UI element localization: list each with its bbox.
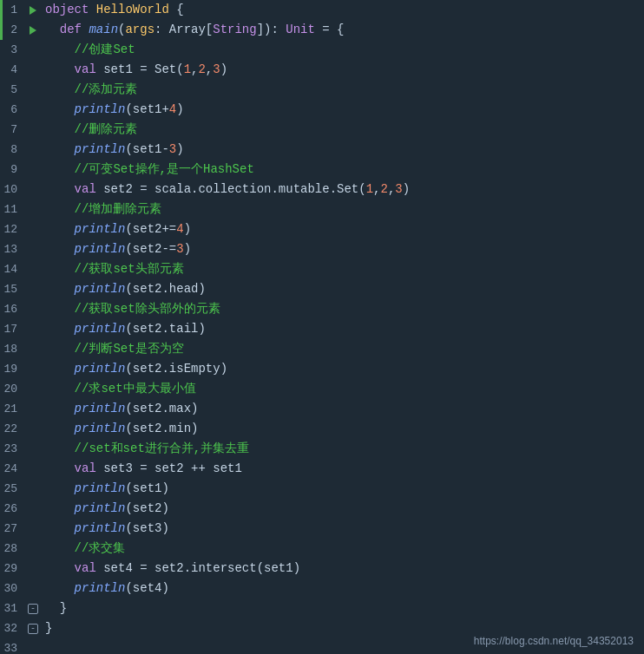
line-number: 12	[0, 223, 24, 236]
code-content: val set3 = set2 ++ set1	[42, 459, 644, 479]
code-line: 22 println(set2.min)	[0, 419, 644, 439]
line-number: 4	[0, 63, 24, 76]
code-content: println(set1)	[42, 479, 644, 499]
code-line: 3 //创建Set	[0, 40, 644, 60]
code-line: 5 //添加元素	[0, 80, 644, 100]
code-line: 4 val set1 = Set(1,2,3)	[0, 60, 644, 80]
code-content: //获取set除头部外的元素	[42, 299, 644, 319]
code-content: //添加元素	[42, 80, 644, 100]
line-number: 29	[0, 562, 24, 575]
code-content: val set1 = Set(1,2,3)	[42, 60, 644, 80]
code-line: 28 //求交集	[0, 539, 644, 559]
code-line: 10 val set2 = scala.collection.mutable.S…	[0, 180, 644, 199]
line-number: 27	[0, 522, 24, 535]
code-line: 11 //增加删除元素	[0, 199, 644, 219]
code-content: println(set2.max)	[42, 399, 644, 419]
code-content: //删除元素	[42, 120, 644, 140]
code-content: //set和set进行合并,并集去重	[42, 439, 644, 459]
arrow-area	[24, 26, 42, 35]
line-number: 18	[0, 343, 24, 356]
code-line: 1object HelloWorld {	[0, 0, 644, 20]
code-line: 20 //求set中最大最小值	[0, 379, 644, 399]
code-line: 9 //可变Set操作,是一个HashSet	[0, 160, 644, 180]
code-line: 16 //获取set除头部外的元素	[0, 299, 644, 319]
line-number: 2	[0, 23, 24, 36]
code-content: }	[42, 598, 644, 618]
run-arrow-icon[interactable]	[30, 26, 36, 35]
code-content: println(set1+4)	[42, 100, 644, 120]
code-line: 2 def main(args: Array[String]): Unit = …	[0, 20, 644, 40]
run-arrow-icon[interactable]	[30, 6, 36, 15]
arrow-area	[24, 6, 42, 15]
line-number: 15	[0, 283, 24, 296]
line-number: 23	[0, 442, 24, 455]
code-line: 29 val set4 = set2.intersect(set1)	[0, 559, 644, 579]
code-line: 27 println(set3)	[0, 519, 644, 539]
arrow-area: -	[24, 604, 42, 614]
line-number: 8	[0, 143, 24, 156]
code-content: println(set2-=3)	[42, 239, 644, 259]
line-number: 24	[0, 462, 24, 475]
code-content: //判断Set是否为空	[42, 339, 644, 359]
code-line: 6 println(set1+4)	[0, 100, 644, 120]
line-number: 5	[0, 83, 24, 96]
code-line: 14 //获取set头部元素	[0, 259, 644, 279]
code-content: //求set中最大最小值	[42, 379, 644, 399]
line-number: 22	[0, 422, 24, 435]
line-number: 30	[0, 582, 24, 595]
line-number: 28	[0, 542, 24, 555]
line-number: 1	[0, 3, 24, 16]
code-content: //求交集	[42, 539, 644, 559]
code-content: object HelloWorld {	[42, 0, 644, 20]
line-number: 6	[0, 103, 24, 116]
code-content: //可变Set操作,是一个HashSet	[42, 160, 644, 180]
code-content: //获取set头部元素	[42, 259, 644, 279]
code-content: println(set2.isEmpty)	[42, 359, 644, 379]
fold-icon[interactable]: -	[28, 624, 38, 634]
line-number: 17	[0, 323, 24, 336]
code-content: val set4 = set2.intersect(set1)	[42, 559, 644, 579]
code-content: //创建Set	[42, 40, 644, 60]
code-line: 24 val set3 = set2 ++ set1	[0, 459, 644, 479]
code-content: //增加删除元素	[42, 199, 644, 219]
code-content: println(set1-3)	[42, 140, 644, 160]
line-number: 11	[0, 203, 24, 216]
code-content: println(set2.min)	[42, 419, 644, 439]
code-content: def main(args: Array[String]): Unit = {	[42, 20, 644, 40]
code-line: 19 println(set2.isEmpty)	[0, 359, 644, 379]
line-number: 9	[0, 163, 24, 176]
code-line: 31- }	[0, 598, 644, 618]
code-line: 25 println(set1)	[0, 479, 644, 499]
code-line: 12 println(set2+=4)	[0, 219, 644, 239]
fold-icon[interactable]: -	[28, 604, 38, 614]
line-number: 32	[0, 622, 24, 635]
line-number: 10	[0, 183, 24, 196]
code-editor: 1object HelloWorld {2 def main(args: Arr…	[0, 0, 644, 654]
code-line: 13 println(set2-=3)	[0, 239, 644, 259]
line-number: 3	[0, 43, 24, 56]
code-content: println(set2.tail)	[42, 319, 644, 339]
code-line: 8 println(set1-3)	[0, 140, 644, 160]
line-number: 25	[0, 482, 24, 495]
line-number: 19	[0, 363, 24, 376]
code-line: 21 println(set2.max)	[0, 399, 644, 419]
line-number: 7	[0, 123, 24, 136]
arrow-area: -	[24, 624, 42, 634]
code-line: 26 println(set2)	[0, 499, 644, 519]
code-line: 23 //set和set进行合并,并集去重	[0, 439, 644, 459]
code-line: 17 println(set2.tail)	[0, 319, 644, 339]
code-content: println(set2+=4)	[42, 219, 644, 239]
code-line: 15 println(set2.head)	[0, 279, 644, 299]
code-line: 18 //判断Set是否为空	[0, 339, 644, 359]
code-content: println(set4)	[42, 579, 644, 598]
line-number: 13	[0, 243, 24, 256]
line-number: 20	[0, 383, 24, 396]
line-number: 33	[0, 642, 24, 654]
line-number: 26	[0, 502, 24, 515]
code-content: val set2 = scala.collection.mutable.Set(…	[42, 180, 644, 199]
watermark: https://blog.csdn.net/qq_34352013	[474, 635, 634, 647]
code-line: 30 println(set4)	[0, 579, 644, 598]
code-content: println(set3)	[42, 519, 644, 539]
line-number: 14	[0, 263, 24, 276]
code-content: println(set2.head)	[42, 279, 644, 299]
